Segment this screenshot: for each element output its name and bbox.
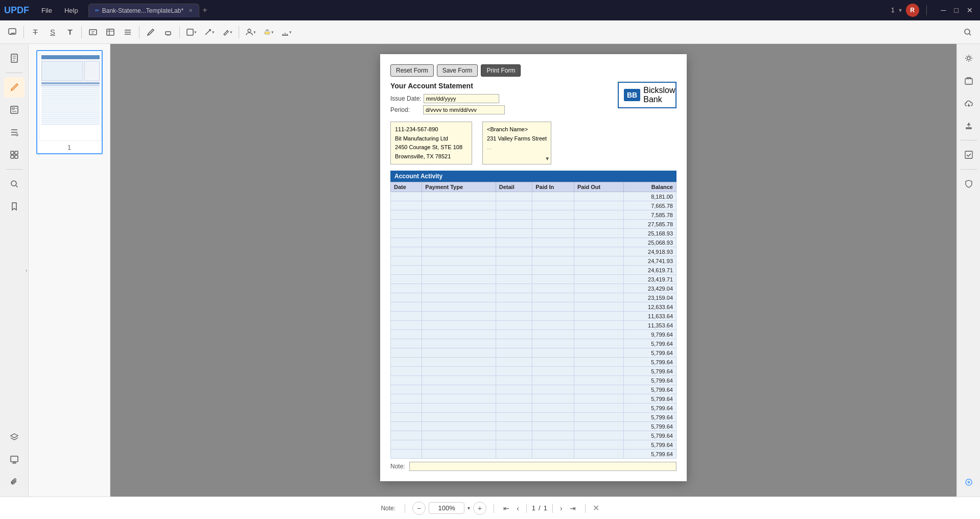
right-sidebar-div-1 xyxy=(961,140,977,140)
title-bar: UPDF File Help ✏ Bank-Stateme...Template… xyxy=(0,0,980,20)
table-cell xyxy=(422,348,496,358)
bottom-close-button[interactable]: ✕ xyxy=(593,503,599,513)
sidebar-fields-button[interactable] xyxy=(4,122,25,143)
zoom-dropdown-arrow[interactable]: ▾ xyxy=(468,505,470,511)
sidebar-organize-button[interactable] xyxy=(4,145,25,165)
col-detail: Detail xyxy=(496,182,532,192)
document-area[interactable]: Reset Form Save Form Print Form Your Acc… xyxy=(110,44,956,497)
list-button[interactable] xyxy=(120,24,136,40)
right-sidebar-validate[interactable] xyxy=(959,145,979,165)
markup-button[interactable]: ▾ xyxy=(219,24,236,40)
save-form-button[interactable]: Save Form xyxy=(437,64,478,77)
period-input[interactable] xyxy=(423,105,505,114)
pencil-button[interactable] xyxy=(143,24,159,40)
text-tool-button[interactable]: T xyxy=(62,24,78,40)
balance-cell: 5,799.64 xyxy=(623,358,676,367)
table-cell xyxy=(532,385,574,394)
table-cell xyxy=(532,450,574,459)
title-bar-right: 1 ▾ R ─ □ ✕ xyxy=(891,4,976,17)
table-cell xyxy=(391,256,422,266)
table-cell xyxy=(532,266,574,275)
right-sidebar-settings[interactable] xyxy=(959,48,979,68)
measure-button[interactable]: ▾ xyxy=(278,24,295,40)
maximize-button[interactable]: □ xyxy=(951,5,962,15)
sidebar-forms-button[interactable] xyxy=(4,100,25,120)
table-button[interactable] xyxy=(102,24,119,40)
zoom-out-button[interactable]: − xyxy=(412,502,426,515)
page-num-arrow[interactable]: ▾ xyxy=(899,7,902,14)
table-cell xyxy=(574,312,623,321)
note-label: Note: xyxy=(390,463,405,470)
right-sidebar-ai[interactable] xyxy=(959,472,979,492)
right-sidebar-save-cloud[interactable] xyxy=(959,93,979,113)
bank-name-line2: Bank xyxy=(643,95,675,104)
menu-help[interactable]: Help xyxy=(60,5,82,16)
tab-edit-icon: ✏ xyxy=(95,8,99,13)
right-sidebar-export[interactable] xyxy=(959,115,979,136)
page-info-current: 1 xyxy=(532,504,535,512)
issue-date-input[interactable] xyxy=(424,94,499,103)
table-cell xyxy=(422,229,496,238)
table-cell xyxy=(532,321,574,330)
first-page-button[interactable]: ⇤ xyxy=(501,503,511,513)
prev-page-button[interactable]: ‹ xyxy=(515,503,521,513)
branch-scroll-indicator[interactable]: ▼ xyxy=(545,155,550,163)
bank-name-line1: Bickslow xyxy=(643,86,675,95)
table-cell xyxy=(391,440,422,450)
sidebar-edit-button[interactable] xyxy=(4,77,25,98)
balance-cell: 5,799.64 xyxy=(623,450,676,459)
note-input[interactable] xyxy=(409,462,676,471)
print-form-button[interactable]: Print Form xyxy=(481,64,521,77)
svg-rect-4 xyxy=(187,29,193,35)
table-cell xyxy=(422,210,496,220)
table-cell xyxy=(532,247,574,256)
table-row: 12,633.64 xyxy=(391,302,676,312)
new-tab-button[interactable]: + xyxy=(202,6,207,15)
close-button[interactable]: ✕ xyxy=(964,5,976,15)
table-cell xyxy=(574,358,623,367)
page-number-display: 1 xyxy=(891,7,895,14)
sidebar-expand-arrow[interactable]: › xyxy=(26,268,27,273)
table-row: 24,741.93 xyxy=(391,256,676,266)
user-button[interactable]: ▾ xyxy=(242,24,259,40)
active-tab[interactable]: ✏ Bank-Stateme...TemplateLab* ✕ xyxy=(88,4,199,17)
table-cell xyxy=(422,339,496,348)
table-cell xyxy=(496,358,532,367)
sidebar-search-button[interactable] xyxy=(4,174,25,194)
sidebar-attachments-button[interactable] xyxy=(4,472,25,492)
highlight-button[interactable]: ▾ xyxy=(260,24,277,40)
underline-button[interactable]: S xyxy=(44,24,61,40)
strikethrough-button[interactable]: T xyxy=(27,24,43,40)
address-section: 111-234-567-890 Bit Manufacturing Ltd 24… xyxy=(390,122,676,164)
search-toolbar-button[interactable] xyxy=(960,24,976,40)
svg-rect-12 xyxy=(11,151,14,154)
sidebar-bookmarks-button[interactable] xyxy=(4,196,25,217)
menu-file[interactable]: File xyxy=(37,5,56,16)
table-cell xyxy=(496,413,532,422)
balance-cell: 5,799.64 xyxy=(623,413,676,422)
textbox-button[interactable] xyxy=(85,24,101,40)
next-page-button[interactable]: › xyxy=(558,503,565,513)
user-avatar[interactable]: R xyxy=(906,4,919,17)
connectors-button[interactable]: ▾ xyxy=(201,24,218,40)
right-sidebar-open[interactable] xyxy=(959,70,979,91)
sidebar-annotations-button[interactable] xyxy=(4,450,25,470)
col-payment-type: Payment Type xyxy=(422,182,496,192)
zoom-in-button[interactable]: + xyxy=(473,502,486,515)
reset-form-button[interactable]: Reset Form xyxy=(390,64,434,77)
eraser-button[interactable] xyxy=(160,24,176,40)
table-row: 25,168.93 xyxy=(391,229,676,238)
period-field: Period: xyxy=(390,105,505,114)
last-page-button[interactable]: ⇥ xyxy=(568,503,578,513)
thumbnail-page-1[interactable]: 1 xyxy=(36,50,103,154)
sidebar-layers-button[interactable] xyxy=(4,427,25,447)
sidebar-pages-button[interactable] xyxy=(4,48,25,68)
bank-logo-symbol: BB xyxy=(624,89,640,101)
right-sidebar-protect[interactable] xyxy=(959,174,979,194)
shapes-button[interactable]: ▾ xyxy=(183,24,200,40)
table-cell xyxy=(391,266,422,275)
table-cell xyxy=(422,247,496,256)
comment-tool-button[interactable] xyxy=(4,24,20,40)
minimize-button[interactable]: ─ xyxy=(938,5,949,15)
tab-close-button[interactable]: ✕ xyxy=(189,8,193,13)
